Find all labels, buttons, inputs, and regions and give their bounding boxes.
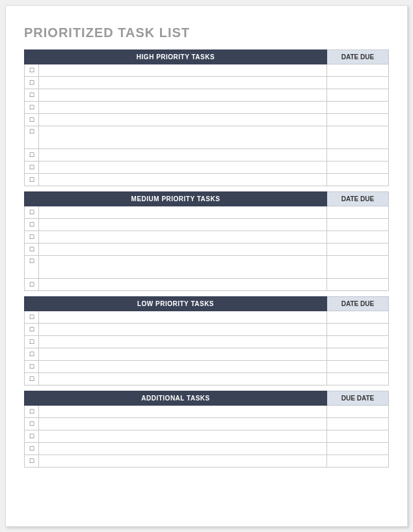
date-cell[interactable] [327, 373, 389, 385]
task-cell[interactable] [39, 206, 327, 219]
checkbox-cell[interactable]: ☐ [25, 311, 39, 324]
task-cell[interactable] [39, 406, 327, 418]
date-cell[interactable] [327, 126, 389, 149]
task-cell[interactable] [39, 219, 327, 231]
task-cell[interactable] [39, 126, 327, 149]
task-cell[interactable] [39, 418, 327, 430]
checkbox-cell[interactable]: ☐ [25, 418, 39, 430]
checkbox-cell[interactable]: ☐ [25, 336, 39, 348]
checkbox-cell[interactable]: ☐ [25, 219, 39, 231]
table-row: ☐ [25, 149, 389, 161]
date-cell[interactable] [327, 361, 389, 373]
table-row: ☐ [25, 114, 389, 126]
checkbox-cell[interactable]: ☐ [25, 324, 39, 336]
table-row: ☐ [25, 256, 389, 279]
checkbox-cell[interactable]: ☐ [25, 102, 39, 114]
task-cell[interactable] [39, 324, 327, 336]
task-cell[interactable] [39, 64, 327, 77]
table-row: ☐ [25, 244, 389, 256]
task-cell[interactable] [39, 77, 327, 89]
checkbox-cell[interactable]: ☐ [25, 348, 39, 361]
table-row: ☐ [25, 174, 389, 186]
checkbox-cell[interactable]: ☐ [25, 149, 39, 161]
date-cell[interactable] [327, 114, 389, 126]
checkbox-cell[interactable]: ☐ [25, 361, 39, 373]
task-cell[interactable] [39, 174, 327, 186]
date-cell[interactable] [327, 89, 389, 102]
task-cell[interactable] [39, 455, 327, 468]
checkbox-cell[interactable]: ☐ [25, 244, 39, 256]
task-cell[interactable] [39, 348, 327, 361]
table-row: ☐ [25, 430, 389, 443]
checkbox-cell[interactable]: ☐ [25, 206, 39, 219]
table-row: ☐ [25, 126, 389, 149]
date-cell[interactable] [327, 443, 389, 455]
date-cell[interactable] [327, 336, 389, 348]
task-cell[interactable] [39, 244, 327, 256]
section-table: HIGH PRIORITY TASKSDATE DUE☐☐☐☐☐☐☐☐☐ [24, 49, 389, 186]
table-row: ☐ [25, 64, 389, 77]
checkbox-cell[interactable]: ☐ [25, 89, 39, 102]
checkbox-cell[interactable]: ☐ [25, 455, 39, 468]
task-cell[interactable] [39, 373, 327, 385]
checkbox-cell[interactable]: ☐ [25, 174, 39, 186]
table-row: ☐ [25, 418, 389, 430]
checkbox-cell[interactable]: ☐ [25, 114, 39, 126]
task-cell[interactable] [39, 102, 327, 114]
date-cell[interactable] [327, 279, 389, 291]
date-cell[interactable] [327, 324, 389, 336]
checkbox-cell[interactable]: ☐ [25, 443, 39, 455]
checkbox-cell[interactable]: ☐ [25, 430, 39, 443]
date-cell[interactable] [327, 149, 389, 161]
checkbox-cell[interactable]: ☐ [25, 161, 39, 174]
table-row: ☐ [25, 373, 389, 385]
section-task-header: ADDITIONAL TASKS [25, 391, 327, 406]
date-cell[interactable] [327, 206, 389, 219]
section-task-header: LOW PRIORITY TASKS [25, 297, 327, 311]
section-task-header: HIGH PRIORITY TASKS [25, 50, 327, 64]
task-cell[interactable] [39, 256, 327, 279]
section-date-header: DATE DUE [327, 192, 389, 206]
page-title: PRIORITIZED TASK LIST [24, 25, 389, 40]
date-cell[interactable] [327, 418, 389, 430]
checkbox-cell[interactable]: ☐ [25, 231, 39, 244]
date-cell[interactable] [327, 348, 389, 361]
task-cell[interactable] [39, 311, 327, 324]
date-cell[interactable] [327, 231, 389, 244]
section-date-header: DATE DUE [327, 50, 389, 64]
date-cell[interactable] [327, 174, 389, 186]
table-row: ☐ [25, 77, 389, 89]
date-cell[interactable] [327, 161, 389, 174]
task-cell[interactable] [39, 161, 327, 174]
task-cell[interactable] [39, 361, 327, 373]
checkbox-cell[interactable]: ☐ [25, 279, 39, 291]
date-cell[interactable] [327, 219, 389, 231]
checkbox-cell[interactable]: ☐ [25, 256, 39, 279]
task-cell[interactable] [39, 89, 327, 102]
checkbox-cell[interactable]: ☐ [25, 126, 39, 149]
section-date-header: DATE DUE [327, 297, 389, 311]
date-cell[interactable] [327, 77, 389, 89]
table-row: ☐ [25, 219, 389, 231]
task-cell[interactable] [39, 430, 327, 443]
date-cell[interactable] [327, 64, 389, 77]
task-cell[interactable] [39, 231, 327, 244]
checkbox-cell[interactable]: ☐ [25, 77, 39, 89]
date-cell[interactable] [327, 244, 389, 256]
table-row: ☐ [25, 324, 389, 336]
date-cell[interactable] [327, 455, 389, 468]
date-cell[interactable] [327, 256, 389, 279]
task-cell[interactable] [39, 336, 327, 348]
date-cell[interactable] [327, 406, 389, 418]
task-cell[interactable] [39, 279, 327, 291]
checkbox-cell[interactable]: ☐ [25, 64, 39, 77]
task-cell[interactable] [39, 443, 327, 455]
task-cell[interactable] [39, 114, 327, 126]
date-cell[interactable] [327, 311, 389, 324]
checkbox-cell[interactable]: ☐ [25, 373, 39, 385]
date-cell[interactable] [327, 102, 389, 114]
section-table: MEDIUM PRIORITY TASKSDATE DUE☐☐☐☐☐☐ [24, 191, 389, 291]
date-cell[interactable] [327, 430, 389, 443]
task-cell[interactable] [39, 149, 327, 161]
checkbox-cell[interactable]: ☐ [25, 406, 39, 418]
